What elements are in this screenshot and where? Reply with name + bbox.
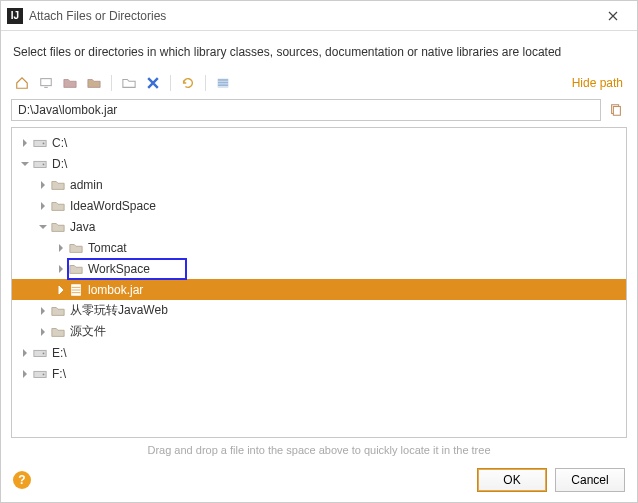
file-tree[interactable]: C:\ D:\ admin IdeaWordSpace Java Tomcat	[11, 127, 627, 438]
svg-point-7	[43, 163, 45, 165]
svg-point-10	[43, 352, 45, 354]
tree-label: Tomcat	[88, 241, 127, 255]
tree-node-drive[interactable]: C:\	[12, 132, 626, 153]
tree-node-folder[interactable]: Tomcat	[12, 237, 626, 258]
tree-label: 源文件	[70, 323, 106, 340]
tree-node-drive[interactable]: D:\	[12, 153, 626, 174]
tree-label: D:\	[52, 157, 67, 171]
chevron-right-icon[interactable]	[36, 304, 50, 318]
chevron-right-icon[interactable]	[36, 325, 50, 339]
folder-icon	[50, 324, 66, 340]
tree-node-folder[interactable]: admin	[12, 174, 626, 195]
history-icon[interactable]	[605, 99, 627, 121]
hide-path-link[interactable]: Hide path	[572, 76, 627, 90]
refresh-icon[interactable]	[177, 73, 199, 93]
chevron-right-icon[interactable]	[18, 367, 32, 381]
chevron-right-icon[interactable]	[54, 283, 68, 297]
help-icon[interactable]: ?	[13, 471, 31, 489]
folder-icon	[50, 303, 66, 319]
button-row: ? OK Cancel	[1, 460, 637, 502]
module-icon[interactable]	[83, 73, 105, 93]
tree-node-folder[interactable]: 从零玩转JavaWeb	[12, 300, 626, 321]
chevron-right-icon[interactable]	[36, 199, 50, 213]
tree-node-file-selected[interactable]: lombok.jar	[12, 279, 626, 300]
tree-label: 从零玩转JavaWeb	[70, 302, 168, 319]
drive-icon	[32, 366, 48, 382]
toolbar: Hide path	[1, 69, 637, 99]
path-input[interactable]	[11, 99, 601, 121]
jar-file-icon	[68, 282, 84, 298]
path-row	[1, 99, 637, 127]
svg-rect-0	[41, 79, 52, 86]
tree-label: C:\	[52, 136, 67, 150]
tree-label: IdeaWordSpace	[70, 199, 156, 213]
tree-label: Java	[70, 220, 95, 234]
tree-node-folder[interactable]: WorkSpace	[12, 258, 626, 279]
chevron-right-icon[interactable]	[18, 136, 32, 150]
new-folder-icon[interactable]	[118, 73, 140, 93]
folder-icon	[50, 177, 66, 193]
separator	[205, 75, 206, 91]
tree-node-folder[interactable]: IdeaWordSpace	[12, 195, 626, 216]
project-icon[interactable]	[59, 73, 81, 93]
app-icon: IJ	[7, 8, 23, 24]
drive-icon	[32, 345, 48, 361]
chevron-right-icon[interactable]	[54, 262, 68, 276]
svg-point-5	[43, 142, 45, 144]
folder-icon	[50, 198, 66, 214]
tree-node-drive[interactable]: E:\	[12, 342, 626, 363]
separator	[111, 75, 112, 91]
tree-label: E:\	[52, 346, 67, 360]
instruction-text: Select files or directories in which lib…	[1, 31, 637, 69]
chevron-right-icon[interactable]	[54, 241, 68, 255]
svg-point-12	[43, 373, 45, 375]
chevron-right-icon[interactable]	[36, 178, 50, 192]
tree-node-drive[interactable]: F:\	[12, 363, 626, 384]
svg-rect-1	[218, 79, 229, 88]
ok-button[interactable]: OK	[477, 468, 547, 492]
tree-label: F:\	[52, 367, 66, 381]
title-bar: IJ Attach Files or Directories	[1, 1, 637, 31]
chevron-down-icon[interactable]	[18, 157, 32, 171]
cancel-button[interactable]: Cancel	[555, 468, 625, 492]
chevron-right-icon[interactable]	[18, 346, 32, 360]
folder-icon	[50, 219, 66, 235]
delete-icon[interactable]	[142, 73, 164, 93]
tree-node-folder[interactable]: 源文件	[12, 321, 626, 342]
home-icon[interactable]	[11, 73, 33, 93]
folder-icon	[68, 261, 84, 277]
tree-node-folder[interactable]: Java	[12, 216, 626, 237]
drive-icon	[32, 135, 48, 151]
window-title: Attach Files or Directories	[29, 9, 595, 23]
drive-icon	[32, 156, 48, 172]
hint-text: Drag and drop a file into the space abov…	[1, 438, 637, 460]
close-button[interactable]	[595, 2, 631, 30]
desktop-icon[interactable]	[35, 73, 57, 93]
separator	[170, 75, 171, 91]
tree-label: lombok.jar	[88, 283, 143, 297]
tree-label: admin	[70, 178, 103, 192]
chevron-down-icon[interactable]	[36, 220, 50, 234]
folder-icon	[68, 240, 84, 256]
tree-label: WorkSpace	[88, 262, 150, 276]
svg-rect-3	[613, 107, 620, 116]
show-hidden-icon[interactable]	[212, 73, 234, 93]
